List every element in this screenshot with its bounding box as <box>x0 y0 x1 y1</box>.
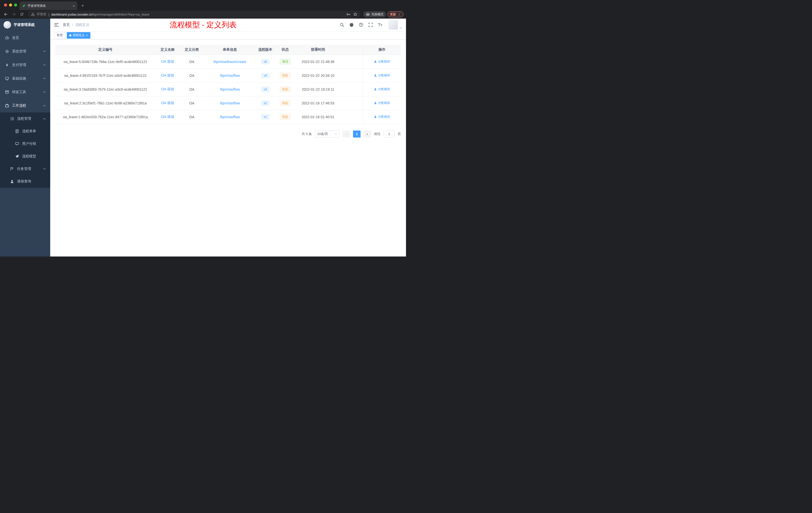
assign-rule-link[interactable]: 分配规则 <box>374 73 390 78</box>
pagination-total: 共 5 条 <box>302 132 312 136</box>
toolbox-icon <box>5 90 9 94</box>
cell-category: OA <box>180 96 204 110</box>
cell-form-info: /bpm/oa/flow <box>204 68 256 82</box>
cell-definition-id: oa_leave:5:004b710b-7b8a-11ec-8ef0-acde4… <box>55 55 155 68</box>
url-path: /bpm/manager/definition?key=oa_leave <box>92 12 149 16</box>
chevron-up-icon <box>43 104 46 107</box>
assign-rule-link[interactable]: 分配规则 <box>374 59 390 64</box>
font-size-icon[interactable] <box>378 23 382 27</box>
cell-operation: 分配规则 <box>363 96 401 110</box>
page-jump-input[interactable] <box>384 130 395 138</box>
assign-rule-link[interactable]: 分配规则 <box>374 101 390 105</box>
forward-button[interactable] <box>10 11 17 18</box>
user-menu[interactable] <box>388 20 402 30</box>
prev-page-button[interactable]: ‹ <box>343 130 350 138</box>
window-zoom-button[interactable] <box>14 3 17 6</box>
tags-view: 首页 流程定义 × <box>50 31 406 40</box>
cell-definition-id: oa_leave:2:3c1f0ef1-76b1-11ec-9c66-a2380… <box>55 96 155 110</box>
column-version: 流程版本 <box>256 45 275 55</box>
definition-name-link[interactable]: OA 请假 <box>161 115 174 119</box>
form-link[interactable]: /bpm/oa/flow <box>220 115 240 119</box>
briefcase-icon <box>5 104 9 108</box>
github-icon[interactable] <box>349 23 354 27</box>
password-key-icon[interactable] <box>346 12 350 16</box>
bookmark-star-icon[interactable] <box>353 12 357 16</box>
window-controls <box>4 3 17 6</box>
sidebar-item-user-group[interactable]: 用户分组 <box>0 138 50 150</box>
tab-close-icon[interactable]: × <box>72 4 75 8</box>
assign-rule-link[interactable]: 分配规则 <box>374 87 390 91</box>
sidebar-logo: 芋道管理系统 <box>0 19 50 31</box>
cell-operation: 分配规则 <box>363 82 401 96</box>
address-bar[interactable]: 不安全 | dashboard.yudao.iocoder.cn/bpm/man… <box>28 11 360 18</box>
cell-status: 挂起 <box>275 68 295 82</box>
search-icon[interactable] <box>340 23 344 27</box>
column-category: 定义分类 <box>180 45 204 55</box>
sidebar-item-payment[interactable]: ¥ 支付管理 <box>0 58 50 72</box>
sidebar-item-system[interactable]: 系统管理 <box>0 45 50 58</box>
definition-name-link[interactable]: OA 请假 <box>161 101 174 105</box>
browser-menu-icon[interactable]: ⋮ <box>398 12 401 16</box>
sidebar-item-devtools[interactable]: 研发工具 <box>0 85 50 99</box>
cell-definition-id: oa_leave:1:482ec033-762a-11ec-8477-a2380… <box>55 110 155 124</box>
goto-suffix: 页 <box>398 132 401 136</box>
sidebar-item-process-management[interactable]: 流程管理 <box>0 113 50 125</box>
sidebar-item-process-model[interactable]: 流程模型 <box>0 150 50 163</box>
cell-form-info: /bpm/oa/flow <box>204 82 256 96</box>
fullscreen-icon[interactable] <box>368 23 373 27</box>
avatar-caret-icon <box>400 27 402 30</box>
sidebar-item-workflow[interactable]: 工作流程 <box>0 99 50 113</box>
monitor-icon <box>5 77 9 81</box>
tag-process-definition[interactable]: 流程定义 × <box>67 32 90 39</box>
form-link[interactable]: /bpm/oa/flow <box>220 101 240 105</box>
next-page-button[interactable]: › <box>364 130 371 138</box>
avatar[interactable] <box>388 20 398 30</box>
reload-button[interactable] <box>19 11 25 18</box>
window-close-button[interactable] <box>4 3 7 6</box>
cell-status: 挂起 <box>275 96 295 110</box>
chrome-update-button[interactable]: 更新 ⋮ <box>387 11 404 17</box>
sidebar-item-infrastructure[interactable]: 基础设施 <box>0 72 50 85</box>
user-icon <box>374 74 377 77</box>
navbar-actions <box>340 20 402 30</box>
cell-status: 挂起 <box>275 82 295 96</box>
cell-deploy-time: 2022-01-16 01:40:51 <box>295 110 341 124</box>
cell-category: OA <box>180 55 204 68</box>
definition-name-link[interactable]: OA 请假 <box>161 87 174 91</box>
cell-filler <box>341 110 363 124</box>
column-definition-name: 定义名称 <box>155 45 179 55</box>
help-icon[interactable] <box>359 23 363 27</box>
column-filler <box>341 45 363 55</box>
definition-name-link[interactable]: OA 请假 <box>161 73 174 77</box>
gear-icon <box>5 50 9 54</box>
new-tab-button[interactable]: + <box>79 2 86 9</box>
assign-rule-link[interactable]: 分配规则 <box>374 115 390 119</box>
cell-operation: 分配规则 <box>363 55 401 68</box>
sidebar-item-leave-query[interactable]: 请假查询 <box>0 175 50 188</box>
tag-close-icon[interactable]: × <box>86 34 88 37</box>
url-divider: | <box>49 12 49 16</box>
sidebar-item-task-management[interactable]: 任务管理 <box>0 163 50 175</box>
top-navbar: 首页 / 流程定义 流程模型 - 定义列表 <box>50 19 406 31</box>
cell-definition-name: OA 请假 <box>155 82 179 96</box>
sidebar-toggle-button[interactable] <box>54 23 59 27</box>
tag-home[interactable]: 首页 <box>54 32 65 39</box>
breadcrumb-home[interactable]: 首页 <box>63 23 70 27</box>
form-link[interactable]: /bpm/oa/flow <box>220 87 240 91</box>
window-minimize-button[interactable] <box>9 3 12 6</box>
page-size-select[interactable]: 10条/页 <box>315 130 340 138</box>
form-link[interactable]: /bpm/oa/flow <box>220 73 240 78</box>
cell-definition-id: oa_leave:3:1fad3d93-7b75-11ec-a3c8-acde4… <box>55 82 155 96</box>
browser-tab[interactable]: 芋道管理系统 × <box>20 1 77 10</box>
cell-definition-name: OA 请假 <box>155 55 179 68</box>
sidebar-item-process-form[interactable]: 流程表单 <box>0 125 50 138</box>
pagination: 共 5 条 10条/页 ‹ 1 › 前往 页 <box>55 130 401 138</box>
back-button[interactable] <box>2 11 9 18</box>
definition-name-link[interactable]: OA 请假 <box>161 59 174 63</box>
cell-category: OA <box>180 68 204 82</box>
form-link[interactable]: /bpm/oa/leave/create <box>213 60 246 64</box>
current-page-button[interactable]: 1 <box>353 130 360 138</box>
chat-bubble-icon <box>15 142 19 146</box>
sidebar-item-home[interactable]: 首页 <box>0 31 50 45</box>
user-icon <box>374 88 377 91</box>
